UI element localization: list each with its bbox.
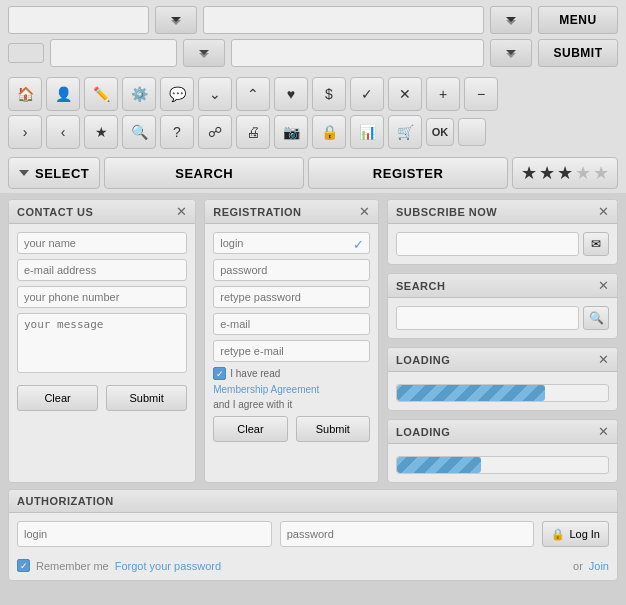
contact-submit-button[interactable]: Submit bbox=[106, 385, 187, 411]
star-3[interactable]: ★ bbox=[557, 162, 573, 184]
top-input-1[interactable] bbox=[8, 6, 149, 34]
top-bar-row-1: MENU bbox=[8, 6, 618, 34]
close-x-icon[interactable]: ✕ bbox=[388, 77, 422, 111]
remember-me-checkbox[interactable]: ✓ bbox=[17, 559, 30, 572]
reg-membership-link[interactable]: Membership Agreement bbox=[213, 384, 319, 395]
loading-1-title: LOADING bbox=[396, 354, 450, 366]
registration-close-button[interactable]: ✕ bbox=[359, 205, 370, 218]
search-submit-button[interactable]: 🔍 bbox=[583, 306, 609, 330]
search-panel-input[interactable] bbox=[396, 306, 579, 330]
star-rating[interactable]: ★ ★ ★ ★ ★ bbox=[512, 157, 618, 189]
loading-2-close-button[interactable]: ✕ bbox=[598, 425, 609, 438]
star-1[interactable]: ★ bbox=[521, 162, 537, 184]
star-icon[interactable]: ★ bbox=[84, 115, 118, 149]
search-action-button[interactable]: SEARCH bbox=[104, 157, 304, 189]
arrow-left-icon[interactable]: ‹ bbox=[46, 115, 80, 149]
reg-password-input[interactable] bbox=[213, 259, 370, 281]
search-panel-body: 🔍 bbox=[388, 298, 617, 338]
top-wide-input-2[interactable] bbox=[231, 39, 484, 67]
search-close-button[interactable]: ✕ bbox=[598, 279, 609, 292]
settings-icon[interactable]: ⚙️ bbox=[122, 77, 156, 111]
top-dropdown-2[interactable] bbox=[490, 6, 532, 34]
loading-1-body bbox=[388, 372, 617, 410]
contact-close-button[interactable]: ✕ bbox=[176, 205, 187, 218]
auth-login-button[interactable]: 🔒 Log In bbox=[542, 521, 609, 547]
auth-password-input[interactable] bbox=[280, 521, 535, 547]
top-input-2[interactable] bbox=[50, 39, 177, 67]
auth-panel: AUTHORIZATION 🔒 Log In ✓ Remember me For… bbox=[8, 489, 618, 581]
chevron-down-icon[interactable]: ⌄ bbox=[198, 77, 232, 111]
reg-submit-button[interactable]: Submit bbox=[296, 416, 370, 442]
loading-bar-1 bbox=[397, 385, 545, 401]
check-icon[interactable]: ✓ bbox=[350, 77, 384, 111]
auth-footer: ✓ Remember me Forgot your password or Jo… bbox=[9, 555, 617, 580]
heart-icon[interactable]: ♥ bbox=[274, 77, 308, 111]
contact-email-input[interactable] bbox=[17, 259, 187, 281]
panels-row: CONTACT US ✕ Clear Submit REGISTRATION ✕… bbox=[0, 193, 626, 489]
subscribe-email-input[interactable] bbox=[396, 232, 579, 256]
register-button[interactable]: REGISTER bbox=[308, 157, 508, 189]
blank-button[interactable] bbox=[458, 118, 486, 146]
select-button[interactable]: SELECT bbox=[8, 157, 100, 189]
search-icon[interactable]: 🔍 bbox=[122, 115, 156, 149]
join-link[interactable]: Join bbox=[589, 560, 609, 572]
chat-icon[interactable]: 💬 bbox=[160, 77, 194, 111]
star-4[interactable]: ★ bbox=[575, 162, 591, 184]
contact-clear-button[interactable]: Clear bbox=[17, 385, 98, 411]
top-wide-input[interactable] bbox=[203, 6, 484, 34]
auth-body: 🔒 Log In bbox=[9, 513, 617, 555]
chart-icon[interactable]: 📊 bbox=[350, 115, 384, 149]
forgot-password-link[interactable]: Forgot your password bbox=[115, 560, 221, 572]
lock-icon: 🔒 bbox=[551, 528, 565, 541]
subscribe-header: SUBSCRIBE NOW ✕ bbox=[388, 200, 617, 224]
registration-panel-title: REGISTRATION bbox=[213, 206, 301, 218]
reg-retype-email-input[interactable] bbox=[213, 340, 370, 362]
contact-phone-input[interactable] bbox=[17, 286, 187, 308]
cart-icon[interactable]: 🛒 bbox=[388, 115, 422, 149]
loading-2-body bbox=[388, 444, 617, 482]
subscribe-close-button[interactable]: ✕ bbox=[598, 205, 609, 218]
user-icon[interactable]: 👤 bbox=[46, 77, 80, 111]
or-label: or bbox=[573, 560, 583, 572]
reg-agree-checkbox[interactable]: ✓ bbox=[213, 367, 226, 380]
loading-1-header: LOADING ✕ bbox=[388, 348, 617, 372]
loading-panel-1: LOADING ✕ bbox=[387, 347, 618, 411]
loading-bar-2-wrap bbox=[396, 456, 609, 474]
star-2[interactable]: ★ bbox=[539, 162, 555, 184]
remember-label: Remember me bbox=[36, 560, 109, 572]
search-panel-header: SEARCH ✕ bbox=[388, 274, 617, 298]
reg-clear-button[interactable]: Clear bbox=[213, 416, 287, 442]
home-icon[interactable]: 🏠 bbox=[8, 77, 42, 111]
auth-login-input[interactable] bbox=[17, 521, 272, 547]
ok-button[interactable]: OK bbox=[426, 118, 454, 146]
reg-email-input[interactable] bbox=[213, 313, 370, 335]
chevron-up-icon[interactable]: ⌃ bbox=[236, 77, 270, 111]
dollar-icon[interactable]: $ bbox=[312, 77, 346, 111]
contact-message-input[interactable] bbox=[17, 313, 187, 373]
submit-button[interactable]: SUBMIT bbox=[538, 39, 618, 67]
plus-icon[interactable]: + bbox=[426, 77, 460, 111]
lock-icon[interactable]: 🔒 bbox=[312, 115, 346, 149]
loading-2-header: LOADING ✕ bbox=[388, 420, 617, 444]
auth-header: AUTHORIZATION bbox=[9, 490, 617, 513]
loading-2-title: LOADING bbox=[396, 426, 450, 438]
arrow-right-icon[interactable]: › bbox=[8, 115, 42, 149]
reg-login-input[interactable] bbox=[213, 232, 370, 254]
menu-button[interactable]: MENU bbox=[538, 6, 618, 34]
star-5[interactable]: ★ bbox=[593, 162, 609, 184]
rss-icon[interactable]: ☍ bbox=[198, 115, 232, 149]
camera-icon[interactable]: 📷 bbox=[274, 115, 308, 149]
subscribe-send-button[interactable]: ✉ bbox=[583, 232, 609, 256]
print-icon[interactable]: 🖨 bbox=[236, 115, 270, 149]
top-dropdown-3[interactable] bbox=[183, 39, 225, 67]
question-icon[interactable]: ? bbox=[160, 115, 194, 149]
top-dropdown-1[interactable] bbox=[155, 6, 197, 34]
loading-1-close-button[interactable]: ✕ bbox=[598, 353, 609, 366]
top-bar-row-2: SUBMIT bbox=[8, 39, 618, 67]
edit-icon[interactable]: ✏️ bbox=[84, 77, 118, 111]
reg-check-icon: ✓ bbox=[353, 237, 364, 252]
top-dropdown-4[interactable] bbox=[490, 39, 532, 67]
reg-retype-password-input[interactable] bbox=[213, 286, 370, 308]
minus-icon[interactable]: − bbox=[464, 77, 498, 111]
contact-name-input[interactable] bbox=[17, 232, 187, 254]
